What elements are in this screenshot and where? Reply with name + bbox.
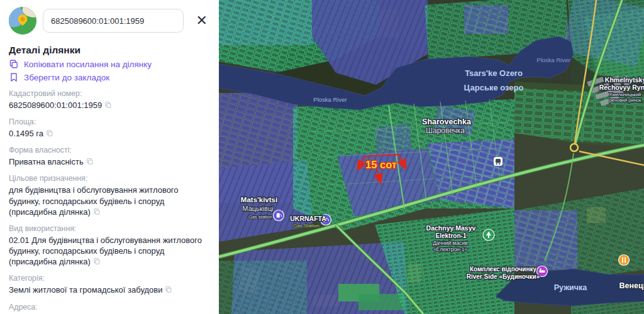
details-panel: ✕ Деталі ділянки Копіювати посилання на … xyxy=(0,0,219,314)
resort-label-2: River Side «Будиночки» xyxy=(467,273,540,280)
lake-label-en: Tsars'ke Ozero xyxy=(465,68,523,78)
village-label-en: Sharovechka xyxy=(422,117,472,126)
area-value: 0.1495 га xyxy=(9,129,43,138)
gas-type-label: Gas Station xyxy=(293,223,319,229)
field-value: 0.1495 га xyxy=(9,128,210,139)
field-ownership: Форма власності: Приватна власність xyxy=(9,146,210,167)
field-label: Цільове призначення: xyxy=(9,174,210,183)
ruzhychka-label: Ружичка xyxy=(554,283,588,292)
copy-link-label: Копіювати посилання на ділянку xyxy=(24,60,152,69)
gas-small-label: Gas station xyxy=(248,214,272,220)
field-label: Адреса: xyxy=(9,303,210,311)
park-marker[interactable] xyxy=(483,229,494,241)
field-value: Землі житлової та громадської забудови xyxy=(9,284,210,295)
copy-value-icon[interactable] xyxy=(46,129,53,137)
transit-station-icon[interactable] xyxy=(494,157,502,166)
dacha-label-uk2: «Електрон-1» xyxy=(433,246,467,252)
field-value: для будівництва і обслуговування житлово… xyxy=(9,185,210,217)
field-value: 02.01 Для будівництва і обслуговування ж… xyxy=(9,235,210,267)
copy-value-icon[interactable] xyxy=(93,257,101,265)
bookmark-label: Зберегти до закладок xyxy=(24,73,109,82)
close-button[interactable]: ✕ xyxy=(191,11,213,30)
search-box xyxy=(43,9,184,33)
dacha-label-en1: Dachnyy Masyv xyxy=(426,224,476,232)
field-purpose: Цільове призначення: для будівництва і о… xyxy=(9,174,210,217)
gas-name-label: UKRNAFTA xyxy=(290,215,326,222)
field-category: Категорія: Землі житлової та громадської… xyxy=(9,274,210,295)
dacha-label-en2: Elektron-1 xyxy=(436,232,467,239)
gas-station-marker[interactable] xyxy=(274,210,284,221)
venice-label: Венеція xyxy=(619,281,644,290)
ownership-value: Приватна власність xyxy=(9,157,84,166)
matskivtsi-label-en: Mats'kivtsi xyxy=(241,196,277,203)
top-bar: ✕ xyxy=(0,0,219,38)
field-label: Категорія: xyxy=(9,274,210,283)
copy-value-icon[interactable] xyxy=(93,208,101,215)
field-cadastral-number: Кадастровий номер: 6825089600:01:001:195… xyxy=(9,89,210,111)
bookmark-icon xyxy=(9,72,19,82)
dacha-label-uk1: Дачний масив xyxy=(433,240,468,246)
copy-link-icon xyxy=(9,59,19,69)
search-input[interactable] xyxy=(43,9,184,33)
usage-value: 02.01 Для будівництва і обслуговування ж… xyxy=(9,236,202,266)
field-label: Форма власності: xyxy=(9,146,210,154)
annotation-text: 15 сот xyxy=(365,159,397,170)
field-value: Приватна власність xyxy=(9,156,210,167)
bookmark-action[interactable]: Зберегти до закладок xyxy=(9,72,219,82)
app-window: ✕ Деталі ділянки Копіювати посилання на … xyxy=(0,0,644,314)
market-label-en1: Khmelnytskyi xyxy=(605,76,644,84)
category-value: Землі житлової та громадської забудови xyxy=(9,285,162,295)
page-title: Деталі ділянки xyxy=(9,45,219,56)
copy-value-icon[interactable] xyxy=(165,286,172,293)
river-label: Ploska River xyxy=(313,96,347,103)
map-svg: Tsars'ke Ozero Царське озеро Ploska Rive… xyxy=(219,0,644,314)
matskivtsi-label-uk: Мацьківці xyxy=(242,205,273,212)
village-label-uk: Шаровечка xyxy=(426,126,465,135)
lake-label-uk: Царське озеро xyxy=(464,83,524,92)
field-usage: Вид використання: 02.01 Для будівництва … xyxy=(9,224,210,267)
copy-value-icon[interactable] xyxy=(86,158,94,165)
river-label-2: Ploska River xyxy=(536,57,570,63)
copy-value-icon[interactable] xyxy=(104,101,112,109)
field-label: Кадастровий номер: xyxy=(9,89,210,98)
market-label-uk1: Хмельницький xyxy=(609,92,641,97)
app-logo[interactable] xyxy=(9,7,36,35)
copy-link-action[interactable]: Копіювати посилання на ділянку xyxy=(9,59,219,69)
map-canvas[interactable]: Tsars'ke Ozero Царське озеро Ploska Rive… xyxy=(219,0,644,314)
field-value: 6825089600:01:001:1959 xyxy=(9,100,210,111)
field-address: Адреса: Хмельницька область, Хмельницьки… xyxy=(9,303,210,314)
field-label: Вид використання: xyxy=(9,224,210,233)
roundabout xyxy=(570,144,578,151)
field-area: Площа: 0.1495 га xyxy=(9,117,210,139)
restaurant-marker[interactable] xyxy=(619,255,630,266)
resort-label-1: Комплекс відпочинку xyxy=(470,266,537,273)
market-label-en2: Rechovyy Rynok xyxy=(599,84,644,91)
cadastral-number-value: 6825089600:01:001:1959 xyxy=(9,100,102,110)
market-label-uk2: речовий ринок xyxy=(609,97,641,103)
field-label: Площа: xyxy=(9,117,210,126)
